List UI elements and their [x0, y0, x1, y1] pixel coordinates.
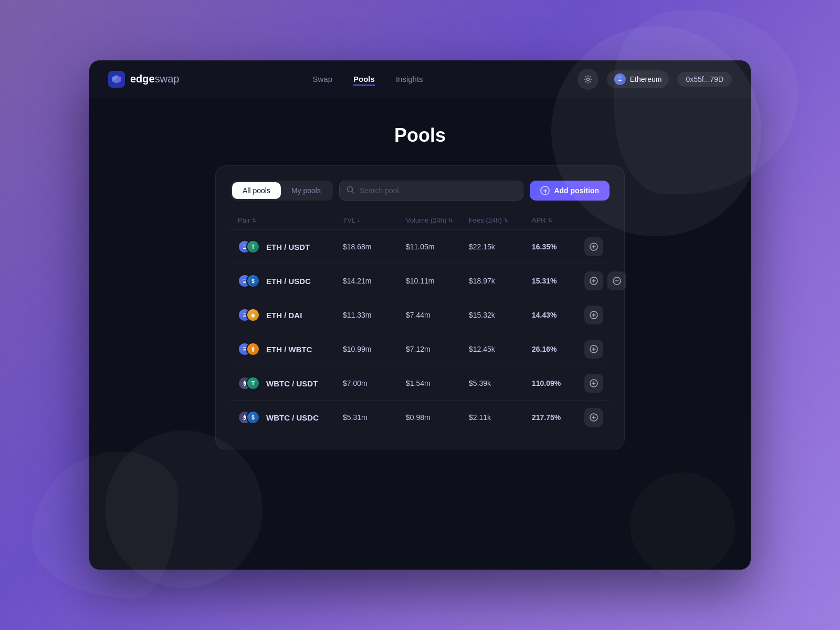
minus-circle-icon: [613, 277, 621, 285]
apr-value: 217.75%: [532, 413, 584, 422]
table-row: Ξ ₿ ETH / WBTC $10.99m $7.12m $12.45k 26…: [230, 332, 610, 366]
pair-name: ETH / WBTC: [266, 345, 312, 354]
apr-value: 110.09%: [532, 379, 584, 387]
pair-cell: Ξ T ETH / USDT: [238, 240, 343, 254]
add-liquidity-button[interactable]: [584, 374, 603, 393]
pair-name: ETH / USDT: [266, 243, 310, 251]
tab-my-pools[interactable]: My pools: [281, 182, 331, 199]
plus-circle-icon: [590, 311, 598, 319]
pair-name: WBTC / USDT: [266, 379, 318, 388]
table-row: Ξ ◈ ETH / DAI $11.33m $7.44m $15.32k 14.…: [230, 298, 610, 332]
actions-cell: [584, 271, 626, 290]
header-apr: APR ⇅: [532, 216, 584, 224]
header-fees: Fees (24h) ⇅: [469, 216, 532, 224]
plus-circle-icon: [590, 243, 598, 251]
token-icon-dai: ◈: [246, 308, 260, 322]
add-liquidity-button[interactable]: [584, 271, 603, 290]
token-icons: Ξ T: [238, 240, 261, 254]
svg-point-2: [347, 187, 352, 192]
settings-button[interactable]: [578, 69, 598, 90]
tvl-value: $7.00m: [343, 379, 406, 387]
tvl-value: $10.99m: [343, 345, 406, 353]
tvl-value: $5.31m: [343, 413, 406, 422]
plus-circle-icon: [590, 277, 598, 285]
token-icons: ₿ $: [238, 411, 261, 424]
tab-group: All pools My pools: [230, 181, 333, 201]
volume-value: $11.05m: [406, 243, 469, 251]
network-badge[interactable]: Ξ Ethereum: [607, 70, 669, 88]
actions-cell: [584, 306, 603, 324]
header-actions: [584, 216, 602, 224]
fees-value: $15.32k: [469, 311, 532, 319]
actions-cell: [584, 340, 603, 359]
search-wrapper: [339, 181, 524, 201]
add-position-button[interactable]: + Add position: [530, 181, 610, 201]
network-name: Ethereum: [630, 75, 662, 83]
actions-cell: [584, 237, 603, 256]
pair-cell: Ξ $ ETH / USDC: [238, 274, 343, 288]
navbar: edgeswap Swap Pools Insights Ξ Ethereum …: [89, 60, 751, 98]
pair-cell: ₿ $ WBTC / USDC: [238, 411, 343, 424]
wallet-address: 0x55f...79D: [686, 75, 723, 83]
pair-cell: ₿ T WBTC / USDT: [238, 376, 343, 390]
token-icons: Ξ ◈: [238, 308, 261, 322]
add-liquidity-button[interactable]: [584, 408, 603, 427]
sort-fees-icon: ⇅: [504, 217, 508, 223]
pair-name: WBTC / USDC: [266, 413, 319, 422]
apr-value: 14.43%: [532, 311, 584, 319]
network-icon: Ξ: [614, 74, 626, 85]
nav-links: Swap Pools Insights: [158, 72, 577, 86]
volume-value: $7.44m: [406, 311, 469, 319]
actions-cell: [584, 374, 603, 393]
tvl-value: $18.68m: [343, 243, 406, 251]
add-liquidity-button[interactable]: [584, 340, 603, 359]
fees-value: $18.97k: [469, 277, 532, 285]
actions-cell: [584, 408, 603, 427]
table-row: Ξ T ETH / USDT $18.68m $11.05m $22.15k 1…: [230, 230, 610, 264]
add-liquidity-button[interactable]: [584, 306, 603, 324]
volume-value: $10.11m: [406, 277, 469, 285]
gear-icon: [583, 75, 593, 84]
fees-value: $12.45k: [469, 345, 532, 353]
fees-value: $2.11k: [469, 413, 532, 422]
plus-circle-icon: +: [540, 186, 550, 195]
main-content: Pools All pools My pools: [89, 98, 751, 570]
tab-all-pools[interactable]: All pools: [232, 182, 281, 199]
filter-bar: All pools My pools + Add position: [230, 181, 610, 201]
nav-pools[interactable]: Pools: [353, 72, 375, 86]
apr-value: 15.31%: [532, 277, 584, 285]
plus-circle-icon: [590, 379, 598, 387]
table-header: Pair ⇅ TVL ↓ Volume (24h) ⇅ Fees (24h) ⇅: [230, 211, 610, 230]
remove-liquidity-button[interactable]: [607, 271, 626, 290]
add-position-label: Add position: [554, 186, 599, 195]
plus-circle-icon: [590, 345, 598, 353]
plus-circle-icon: [590, 413, 598, 422]
tvl-value: $11.33m: [343, 311, 406, 319]
search-input[interactable]: [339, 181, 524, 201]
app-window: edgeswap Swap Pools Insights Ξ Ethereum …: [89, 60, 751, 570]
add-liquidity-button[interactable]: [584, 237, 603, 256]
header-tvl: TVL ↓: [343, 216, 406, 224]
wallet-badge[interactable]: 0x55f...79D: [677, 72, 732, 87]
pair-name: ETH / DAI: [266, 311, 302, 320]
tvl-value: $14.21m: [343, 277, 406, 285]
page-title: Pools: [394, 124, 446, 146]
sort-apr-icon: ⇅: [548, 217, 552, 223]
logo-icon: [108, 71, 125, 88]
token-icons: Ξ $: [238, 274, 261, 288]
nav-right: Ξ Ethereum 0x55f...79D: [578, 69, 732, 90]
svg-point-1: [586, 78, 589, 80]
apr-value: 26.16%: [532, 345, 584, 353]
nav-swap[interactable]: Swap: [313, 72, 333, 86]
fees-value: $5.39k: [469, 379, 532, 387]
volume-value: $7.12m: [406, 345, 469, 353]
volume-value: $0.98m: [406, 413, 469, 422]
search-icon: [346, 186, 354, 195]
header-volume: Volume (24h) ⇅: [406, 216, 469, 224]
sort-volume-icon: ⇅: [448, 217, 453, 223]
table-row: ₿ T WBTC / USDT $7.00m $1.54m $5.39k 110…: [230, 366, 610, 401]
token-icon-wbtc: ₿: [246, 342, 260, 356]
nav-insights[interactable]: Insights: [396, 72, 423, 86]
fees-value: $22.15k: [469, 243, 532, 251]
pair-cell: Ξ ◈ ETH / DAI: [238, 308, 343, 322]
